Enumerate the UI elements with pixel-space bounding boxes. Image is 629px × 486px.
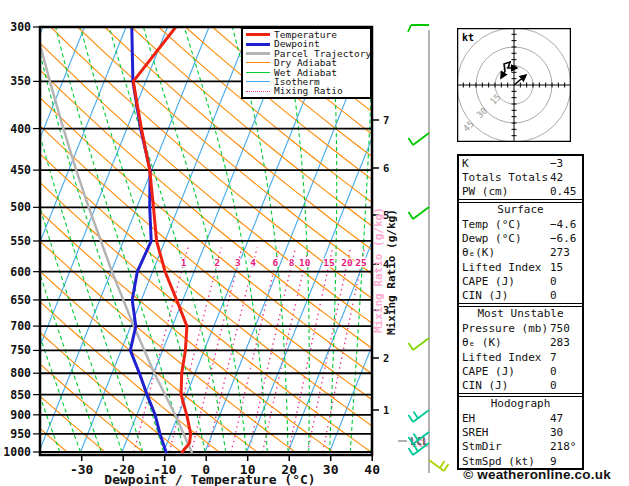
table-row-value: 218° xyxy=(550,440,579,453)
temp-tick-label: -30 xyxy=(70,462,94,477)
mixing-ratio-value-label: 1 xyxy=(181,257,187,268)
table-section-title: Hodograph xyxy=(459,397,582,411)
legend-item: Mixing Ratio xyxy=(246,86,370,95)
mixing-ratio-axis-label: Mixing Ratio (g/kg) xyxy=(385,209,398,335)
pressure-tick-label: 500 xyxy=(10,200,31,214)
km-tick-label: 6 xyxy=(383,162,389,174)
x-axis-title: Dewpoint / Temperature (°C) xyxy=(104,472,315,486)
hodograph-plot: 153045kt xyxy=(457,28,571,142)
legend-line-sample-icon xyxy=(246,52,270,55)
km-tick-label: 7 xyxy=(383,114,389,126)
pressure-tick-label: 300 xyxy=(10,20,31,34)
indices-table: K−3Totals Totals42PW (cm)0.45SurfaceTemp… xyxy=(457,154,584,470)
table-row-label: CIN (J) xyxy=(462,289,550,302)
table-section: HodographEH47SREH30StmDir218°StmSpd (kt)… xyxy=(459,393,582,468)
table-row: StmDir218° xyxy=(459,440,582,454)
table-row-label: Totals Totals xyxy=(462,171,550,184)
table-row-value: 273 xyxy=(550,246,579,259)
table-row-label: StmSpd (kt) xyxy=(462,455,550,468)
pressure-tick-label: 700 xyxy=(10,319,31,333)
table-row-label: θₑ(K) xyxy=(462,246,550,259)
table-row: θₑ (K)283 xyxy=(459,336,582,350)
pressure-tick-label: 950 xyxy=(10,427,31,441)
table-row-label: CAPE (J) xyxy=(462,275,550,288)
pressure-tick-label: 600 xyxy=(10,265,31,279)
table-row-value: 7 xyxy=(550,351,579,364)
legend-line-sample-icon xyxy=(246,91,270,92)
hodograph-area: 153045kt xyxy=(457,28,571,142)
table-row-label: StmDir xyxy=(462,440,550,453)
pressure-tick-label: 450 xyxy=(10,163,31,177)
table-row: θₑ(K)273 xyxy=(459,246,582,260)
table-row-label: K xyxy=(462,157,550,170)
table-row-value: 15 xyxy=(550,261,579,274)
mixing-ratio-value-label: 10 xyxy=(299,257,311,268)
mixing-ratio-value-label: 15 xyxy=(323,257,335,268)
table-row: CAPE (J)0 xyxy=(459,274,582,288)
table-row: Lifted Index15 xyxy=(459,260,582,274)
copyright-footer: © weatheronline.co.uk xyxy=(448,467,626,482)
km-tick-label: 1 xyxy=(383,404,389,416)
pressure-tick-label: 850 xyxy=(10,388,31,402)
table-row-label: Temp (°C) xyxy=(462,218,550,231)
table-section: Most UnstablePressure (mb)750θₑ (K)283Li… xyxy=(459,303,582,393)
legend-line-sample-icon xyxy=(246,43,270,46)
table-row-value: 750 xyxy=(550,322,579,335)
table-row-value: 42 xyxy=(550,171,579,184)
table-row: Totals Totals42 xyxy=(459,170,582,184)
mixing-ratio-value-label: 3 xyxy=(235,257,241,268)
hodograph-unit-label: kt xyxy=(462,32,474,43)
table-row-value: 0.45 xyxy=(550,185,579,198)
table-row-label: Lifted Index xyxy=(462,351,550,364)
table-row: EH47 xyxy=(459,411,582,425)
pressure-tick-label: 800 xyxy=(10,366,31,380)
mixing-ratio-value-label: 20 xyxy=(341,257,353,268)
table-section: SurfaceTemp (°C)−4.6Dewp (°C)−6.6θₑ(K)27… xyxy=(459,199,582,303)
temp-tick-label: 40 xyxy=(364,462,380,477)
legend-line-sample-icon xyxy=(246,33,270,36)
table-row-value: −4.6 xyxy=(550,218,579,231)
legend-line-sample-icon xyxy=(246,81,270,82)
table-row-label: Lifted Index xyxy=(462,261,550,274)
table-row-value: 30 xyxy=(550,426,579,439)
table-row-label: CAPE (J) xyxy=(462,365,550,378)
table-row: CIN (J)0 xyxy=(459,289,582,303)
table-row-value: 0 xyxy=(550,365,579,378)
pressure-tick-label: 650 xyxy=(10,293,31,307)
table-row-label: Pressure (mb) xyxy=(462,322,550,335)
legend-item-label: Mixing Ratio xyxy=(274,86,343,95)
mixing-ratio-value-label: 25 xyxy=(355,257,367,268)
table-row-label: SREH xyxy=(462,426,550,439)
table-row-label: θₑ (K) xyxy=(462,336,550,349)
pressure-tick-label: 750 xyxy=(10,343,31,357)
mixing-ratio-value-label: 8 xyxy=(289,257,295,268)
temp-tick-label: 30 xyxy=(323,462,339,477)
mixing-ratio-value-label: 6 xyxy=(272,257,278,268)
legend-line-sample-icon xyxy=(246,72,270,73)
mixing-ratio-value-label: 4 xyxy=(250,257,256,268)
table-row-value: −3 xyxy=(550,157,579,170)
table-section-title: Surface xyxy=(459,203,582,217)
table-row-label: Dewp (°C) xyxy=(462,232,550,245)
sounding-page: hPa 53°23'N 7°13'E 3m ASL km ASL 08.01.2… xyxy=(0,0,629,486)
pressure-tick-label: 550 xyxy=(10,234,31,248)
table-row: CIN (J)0 xyxy=(459,378,582,392)
table-row: PW (cm)0.45 xyxy=(459,185,582,199)
table-row: K−3 xyxy=(459,156,582,170)
table-row-label: CIN (J) xyxy=(462,379,550,392)
table-section-title: Most Unstable xyxy=(459,307,582,321)
mixing-ratio-axis-label-shadow: Mixing Ratio (g/kg) xyxy=(372,207,385,333)
table-row: Pressure (mb)750 xyxy=(459,321,582,335)
table-row-value: 283 xyxy=(550,336,579,349)
table-section: K−3Totals Totals42PW (cm)0.45 xyxy=(459,156,582,199)
chart-legend: TemperatureDewpointParcel TrajectoryDry … xyxy=(241,27,372,99)
table-row: CAPE (J)0 xyxy=(459,364,582,378)
table-row-value: 47 xyxy=(550,412,579,425)
mixing-ratio-value-label: 2 xyxy=(214,257,220,268)
table-row-label: PW (cm) xyxy=(462,185,550,198)
table-row-value: 0 xyxy=(550,289,579,302)
table-row: Temp (°C)−4.6 xyxy=(459,217,582,231)
pressure-tick-label: 350 xyxy=(10,74,31,88)
table-row: SREH30 xyxy=(459,425,582,439)
table-row-label: EH xyxy=(462,412,550,425)
